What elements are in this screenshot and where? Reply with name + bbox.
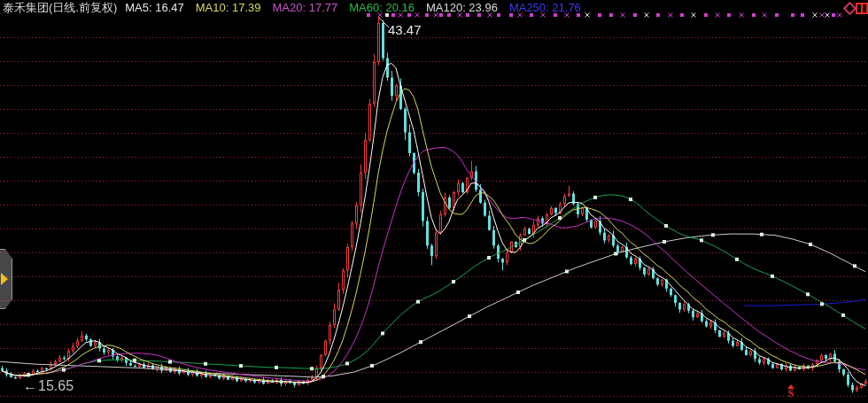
sidebar-expand-handle[interactable] (0, 249, 12, 309)
legend-ma10: MA10: 17.39 (196, 1, 261, 14)
legend-ma120: MA120: 23.96 (426, 1, 498, 14)
ex-rights-marker: S (785, 384, 797, 399)
chart-header: 泰禾集团(日线.前复权)MA5: 16.47MA10: 17.39MA20: 1… (3, 1, 593, 14)
expand-arrow-icon (1, 273, 8, 285)
ex-rights-letter: S (785, 389, 797, 399)
kline-chart[interactable] (0, 0, 868, 403)
legend-ma60: MA60: 20.16 (349, 1, 415, 14)
legend-ma5: MA5: 16.47 (125, 1, 184, 14)
low-price-value: 15.65 (38, 378, 74, 393)
arrow-left-icon: ← (23, 378, 37, 393)
low-price-label: ←15.65 (23, 378, 74, 394)
legend-ma20: MA20: 17.77 (273, 1, 338, 14)
stock-title: 泰禾集团(日线.前复权) (3, 1, 117, 14)
stock-app-window: 泰禾集团(日线.前复权)MA5: 16.47MA10: 17.39MA20: 1… (0, 0, 868, 403)
high-price-label: 43.47 (388, 22, 422, 37)
legend-ma250: MA250: 21.76 (509, 1, 581, 14)
split-window-icon[interactable] (856, 3, 868, 14)
